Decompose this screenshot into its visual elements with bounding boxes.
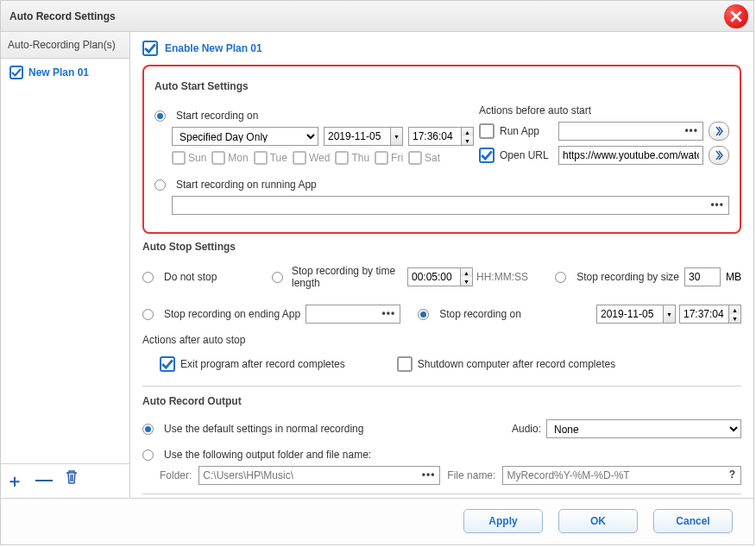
dialog-title: Auto Record Settings (9, 10, 116, 22)
start-on-app-browse-icon[interactable]: ••• (710, 198, 724, 211)
open-url-checkbox[interactable] (479, 148, 495, 163)
remove-plan-button[interactable]: — (35, 469, 53, 493)
sidebar-item-plan-01[interactable]: New Plan 01 (1, 59, 129, 86)
open-url-go-button[interactable] (709, 146, 729, 165)
day-tue-checkbox[interactable] (254, 151, 268, 165)
dont-stop-radio[interactable] (142, 272, 154, 283)
start-on-radio[interactable] (154, 110, 166, 122)
schedule-mode-select[interactable]: Specified Day Only (172, 127, 318, 146)
stop-length-input[interactable] (407, 267, 461, 286)
run-app-go-button[interactable] (709, 122, 729, 141)
trash-icon (65, 469, 79, 485)
day-sat-checkbox[interactable] (408, 151, 422, 165)
use-folder-radio[interactable] (142, 450, 154, 461)
chevron-right-icon (714, 150, 724, 160)
spinner-up-icon[interactable]: ▲ (461, 268, 472, 277)
folder-label: Folder: (160, 469, 192, 481)
auto-stop-title: Auto Stop Settings (142, 241, 741, 253)
stop-on-label: Stop recording on (439, 308, 521, 320)
chevron-right-icon (714, 126, 724, 136)
sidebar-header: Auto-Recording Plan(s) (1, 32, 129, 59)
date-dropdown-icon[interactable]: ▼ (664, 305, 675, 323)
start-on-app-input[interactable] (172, 196, 729, 215)
use-default-label: Use the default settings in normal recor… (164, 423, 363, 435)
check-icon (144, 42, 156, 54)
delete-plan-button[interactable] (65, 469, 79, 493)
open-url-input[interactable] (558, 146, 703, 165)
stop-by-size-label: Stop recording by size (576, 271, 679, 283)
start-date-input[interactable] (324, 127, 391, 146)
spinner-down-icon[interactable]: ▼ (729, 314, 740, 323)
use-folder-label: Use the following output folder and file… (164, 449, 371, 461)
stop-ending-app-browse-icon[interactable]: ••• (382, 307, 396, 319)
folder-browse-icon[interactable]: ••• (422, 468, 436, 481)
day-fri-checkbox[interactable] (375, 151, 388, 165)
auto-start-group: Auto Start Settings Start recording on S… (142, 65, 741, 234)
day-mon-checkbox[interactable] (211, 151, 225, 165)
shutdown-checkbox[interactable] (397, 356, 413, 372)
start-on-app-label: Start recording on running App (176, 179, 317, 191)
audio-select[interactable]: None (546, 419, 741, 438)
filename-input[interactable] (502, 466, 741, 485)
cancel-button[interactable]: Cancel (653, 509, 733, 533)
actions-after-label: Actions after auto stop (142, 334, 245, 346)
day-sun-checkbox[interactable] (172, 151, 186, 165)
sidebar-item-label: New Plan 01 (28, 66, 89, 79)
run-app-label: Run App (500, 125, 553, 137)
close-icon (730, 10, 742, 22)
start-on-app-radio[interactable] (154, 179, 166, 191)
add-plan-button[interactable]: ＋ (6, 469, 23, 493)
enable-plan-checkbox[interactable] (142, 41, 158, 56)
auto-start-title: Auto Start Settings (154, 80, 729, 92)
output-title: Auto Record Output (142, 395, 741, 407)
stop-on-radio[interactable] (418, 309, 429, 320)
check-icon (11, 67, 22, 78)
stop-time-input[interactable] (679, 305, 729, 324)
spinner-down-icon[interactable]: ▼ (461, 277, 472, 286)
filename-label: File name: (447, 469, 495, 481)
plan-checkbox[interactable] (9, 66, 23, 79)
enable-plan-label: Enable New Plan 01 (165, 42, 262, 54)
stop-size-input[interactable] (684, 267, 721, 286)
spinner-down-icon[interactable]: ▼ (462, 136, 473, 145)
filename-help-icon[interactable]: ? (729, 468, 736, 481)
exit-program-checkbox[interactable] (160, 356, 175, 372)
stop-size-suffix: MB (726, 271, 741, 283)
spinner-up-icon[interactable]: ▲ (729, 305, 740, 314)
main-panel: Enable New Plan 01 Auto Start Settings S… (130, 32, 753, 498)
run-app-checkbox[interactable] (479, 123, 495, 139)
stop-by-length-label: Stop recording by time length (292, 265, 404, 289)
stop-date-input[interactable] (596, 305, 664, 324)
day-thu-checkbox[interactable] (335, 151, 349, 165)
sidebar: Auto-Recording Plan(s) New Plan 01 ＋ — (1, 32, 130, 498)
stop-on-ending-app-label: Stop recording on ending App (164, 308, 300, 320)
folder-input[interactable] (198, 466, 440, 485)
spinner-up-icon[interactable]: ▲ (462, 128, 473, 136)
actions-before-label: Actions before auto start (479, 104, 591, 116)
dialog-footer: Apply OK Cancel (1, 498, 753, 543)
use-default-radio[interactable] (142, 424, 154, 435)
apply-button[interactable]: Apply (463, 509, 543, 533)
ok-button[interactable]: OK (558, 509, 638, 533)
stop-on-ending-app-radio[interactable] (142, 309, 154, 320)
close-button[interactable] (724, 4, 748, 28)
run-app-browse-icon[interactable]: ••• (684, 124, 698, 136)
start-time-input[interactable] (408, 127, 462, 146)
run-app-input[interactable] (558, 122, 703, 141)
days-row: Sun Mon Tue Wed Thu Fri Sat (172, 151, 474, 165)
stop-by-size-radio[interactable] (555, 272, 566, 283)
open-url-label: Open URL (500, 149, 553, 161)
sidebar-tools: ＋ — (1, 463, 129, 498)
day-wed-checkbox[interactable] (293, 151, 306, 165)
dialog-window: Auto Record Settings Auto-Recording Plan… (0, 0, 754, 545)
shutdown-label: Shutdown computer after record completes (418, 358, 615, 370)
start-on-label: Start recording on (176, 110, 258, 122)
title-bar: Auto Record Settings (1, 1, 753, 32)
dont-stop-label: Do not stop (164, 271, 217, 283)
check-icon (161, 358, 173, 370)
stop-length-suffix: HH:MM:SS (476, 271, 528, 283)
exit-program-label: Exit program after record completes (180, 358, 345, 370)
stop-by-length-radio[interactable] (272, 272, 283, 283)
audio-label: Audio: (512, 423, 541, 435)
date-dropdown-icon[interactable]: ▼ (391, 128, 402, 145)
